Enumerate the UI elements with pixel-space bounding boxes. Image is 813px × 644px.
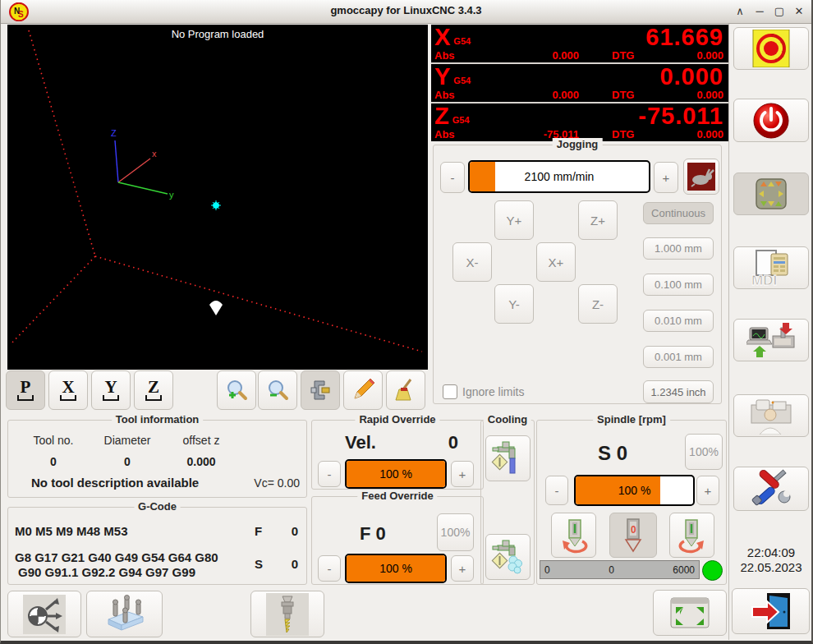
jog-x-minus-button[interactable]: X- — [452, 242, 492, 282]
jog-y-plus-button[interactable]: Y+ — [494, 200, 534, 240]
rapid-plus-button[interactable]: + — [451, 461, 474, 487]
ignore-limits-checkbox[interactable] — [443, 384, 457, 399]
show-dimensions-button[interactable] — [301, 370, 340, 410]
shade-button[interactable]: ∧ — [734, 5, 746, 17]
jog-x-plus-button[interactable]: X+ — [536, 242, 576, 282]
spindle-stop-button[interactable]: 0 — [609, 513, 657, 558]
gremlin-preview[interactable]: Z x y No Program loaded — [7, 25, 428, 370]
increment-continuous-button[interactable]: Continuous — [643, 202, 714, 224]
feed-minus-button[interactable]: - — [318, 555, 341, 582]
rapid-percent: 100 % — [379, 467, 412, 481]
zoom-in-button[interactable] — [217, 370, 256, 410]
machine-on-button[interactable] — [733, 99, 809, 142]
jogging-frame: Jogging - 2100 mm/min + Y+ Z+ X- X+ Y- Z… — [433, 145, 722, 404]
y-axis-label: y — [169, 190, 174, 200]
spindle-at-speed-led — [702, 560, 723, 581]
user-settings-button[interactable] — [733, 394, 809, 437]
view-x-button[interactable]: X — [48, 370, 88, 410]
vel-label: Vel. — [345, 432, 376, 453]
increment-01mm-button[interactable]: 0.100 mm — [643, 274, 714, 296]
jog-speed-slider[interactable]: 2100 mm/min — [468, 160, 650, 193]
rapid-override-slider[interactable]: 100 % — [345, 459, 447, 489]
tool-measure-icon — [276, 595, 299, 634]
abs-label: Abs — [434, 89, 467, 101]
tools-settings-button[interactable] — [733, 467, 809, 511]
dtg-label: DTG — [612, 89, 648, 101]
feed-override-slider[interactable]: 100 % — [345, 554, 447, 583]
spindle-reset-button[interactable]: 100% — [685, 434, 723, 470]
view-y-button[interactable]: Y — [91, 370, 131, 410]
feed-percent: 100 % — [379, 562, 412, 575]
mdi-mode-button[interactable]: MDI — [733, 246, 809, 289]
power-icon — [752, 102, 790, 140]
program-status-text: No Program loaded — [7, 28, 428, 40]
tool-information-title: Tool information — [112, 413, 204, 426]
abs-label: Abs — [434, 49, 467, 62]
estop-button[interactable]: Emergency-Stop — [733, 27, 809, 70]
s-value: 0 — [292, 557, 298, 571]
spindle-plus-button[interactable]: + — [696, 476, 719, 505]
diameter-value: 0 — [90, 455, 164, 468]
jog-speed-value: 2100 mm/min — [525, 170, 595, 183]
y-axis-line — [118, 182, 168, 194]
increment-001mm-button[interactable]: 0.010 mm — [643, 310, 714, 332]
touch-plate-button[interactable] — [86, 591, 163, 637]
tool-position-marker — [211, 200, 221, 210]
abs-label: Abs — [434, 128, 467, 140]
increment-1mm-button[interactable]: 1.000 mm — [643, 237, 714, 260]
dro-axis-y[interactable]: Y G54 0.000 Abs 0.000 DTG 0.000 — [431, 64, 728, 102]
auto-mode-button[interactable] — [733, 319, 809, 361]
col-diameter: Diameter — [90, 434, 164, 447]
emergency-stop-icon: Emergency-Stop — [751, 30, 791, 67]
mist-coolant-icon — [491, 539, 526, 575]
user-settings-icon — [748, 397, 794, 435]
spindle-ccw-button[interactable] — [551, 513, 596, 558]
jog-fast-button[interactable] — [683, 159, 719, 195]
z-axis-label: Z — [111, 128, 117, 138]
gmoccapy-window: N S gmoccapy for LinuxCNC 3.4.3 ∧ ─ ▢ ✕ — [0, 0, 813, 644]
jog-y-minus-button[interactable]: Y- — [494, 284, 534, 324]
minimize-button[interactable]: ─ — [754, 5, 765, 17]
mist-coolant-button[interactable] — [485, 534, 531, 580]
exit-button[interactable] — [732, 588, 810, 634]
spindle-cw-button[interactable] — [669, 513, 714, 558]
unit-toggle-button[interactable]: 1.2345 inch — [643, 380, 714, 403]
dro-axis-x[interactable]: X G54 61.669 Abs 0.000 DTG 0.000 — [431, 25, 728, 62]
dro-panel[interactable]: X G54 61.669 Abs 0.000 DTG 0.000 Y G54 0… — [431, 25, 728, 141]
maximize-button[interactable]: ▢ — [774, 5, 785, 17]
zoom-out-button[interactable] — [258, 370, 297, 410]
jog-speed-minus-button[interactable]: - — [440, 162, 465, 193]
dro-axis-z[interactable]: Z G54 -75.011 Abs -75.011 DTG 0.000 — [431, 104, 728, 141]
feed-reset-button[interactable]: 100% — [437, 513, 474, 551]
touch-off-button[interactable] — [7, 591, 81, 637]
jog-z-minus-button[interactable]: Z- — [578, 284, 618, 324]
view-perspective-button[interactable]: P — [6, 370, 45, 410]
feed-plus-button[interactable]: + — [451, 555, 474, 582]
mdi-mode-icon: MDI — [748, 249, 794, 287]
spindle-override-slider[interactable]: 100 % — [574, 475, 695, 506]
dimension-mark — [17, 395, 34, 401]
edit-gcode-button[interactable] — [343, 370, 383, 410]
rapid-minus-button[interactable]: - — [318, 461, 341, 487]
fullscreen-button[interactable] — [653, 590, 727, 636]
active-m-codes: M0 M5 M9 M48 M53 — [15, 524, 128, 538]
auto-mode-icon — [746, 321, 796, 359]
spindle-bar-max: 6000 — [673, 564, 695, 576]
tool-measure-button[interactable] — [250, 591, 324, 637]
jog-z-plus-button[interactable]: Z+ — [578, 200, 618, 240]
increment-0001mm-button[interactable]: 0.001 mm — [643, 346, 714, 368]
jog-speed-plus-button[interactable]: + — [654, 162, 678, 193]
flood-coolant-button[interactable] — [485, 435, 531, 481]
clear-plot-button[interactable] — [386, 370, 425, 410]
axis-letter: Z — [434, 104, 449, 128]
spindle-cw-icon — [673, 517, 711, 554]
axis-letter: Y — [434, 64, 450, 89]
jog-speed-fill — [470, 162, 495, 191]
s-label: S — [255, 557, 263, 571]
spindle-minus-button[interactable]: - — [545, 476, 568, 505]
manual-mode-button[interactable] — [733, 172, 809, 215]
close-button[interactable]: ✕ — [793, 5, 805, 17]
active-g-codes-2: G90 G91.1 G92.2 G94 G97 G99 — [18, 565, 195, 579]
view-z-button[interactable]: Z — [134, 370, 173, 410]
clear-broom-icon — [393, 377, 419, 403]
